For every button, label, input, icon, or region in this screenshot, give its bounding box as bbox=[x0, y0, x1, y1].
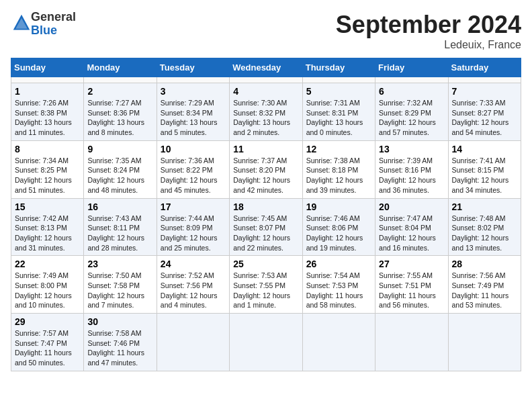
calendar-cell: 23Sunrise: 7:50 AMSunset: 7:58 PMDayligh… bbox=[84, 256, 157, 314]
calendar-cell bbox=[302, 314, 375, 371]
day-number: 26 bbox=[306, 259, 371, 269]
day-info: Sunrise: 7:35 AMSunset: 8:24 PMDaylight:… bbox=[87, 156, 152, 195]
location: Ledeuix, France bbox=[336, 39, 521, 51]
weekday-header-wednesday: Wednesday bbox=[230, 58, 302, 77]
calendar-cell: 19Sunrise: 7:46 AMSunset: 8:06 PMDayligh… bbox=[302, 198, 375, 256]
calendar-cell: 5Sunrise: 7:31 AMSunset: 8:31 PMDaylight… bbox=[302, 83, 375, 141]
day-number: 6 bbox=[379, 86, 444, 97]
day-number: 27 bbox=[379, 259, 444, 269]
day-info: Sunrise: 7:26 AMSunset: 8:38 PMDaylight:… bbox=[15, 98, 80, 138]
calendar-cell: 15Sunrise: 7:42 AMSunset: 8:13 PMDayligh… bbox=[11, 198, 84, 256]
calendar-cell bbox=[230, 77, 302, 83]
day-info: Sunrise: 7:31 AMSunset: 8:31 PMDaylight:… bbox=[306, 98, 371, 138]
page-header: General Blue September 2024 Ledeuix, Fra… bbox=[11, 11, 521, 51]
day-info: Sunrise: 7:36 AMSunset: 8:22 PMDaylight:… bbox=[161, 156, 226, 195]
calendar-cell: 6Sunrise: 7:32 AMSunset: 8:29 PMDaylight… bbox=[375, 83, 448, 141]
weekday-header-row: SundayMondayTuesdayWednesdayThursdayFrid… bbox=[11, 58, 521, 77]
day-number: 7 bbox=[452, 86, 517, 97]
day-number: 12 bbox=[306, 144, 371, 154]
day-info: Sunrise: 7:58 AMSunset: 7:46 PMDaylight:… bbox=[87, 328, 152, 368]
calendar-cell bbox=[448, 77, 521, 83]
day-info: Sunrise: 7:33 AMSunset: 8:27 PMDaylight:… bbox=[452, 98, 517, 138]
calendar-cell: 29Sunrise: 7:57 AMSunset: 7:47 PMDayligh… bbox=[11, 314, 84, 371]
day-number: 30 bbox=[87, 316, 152, 327]
calendar-cell bbox=[157, 314, 229, 371]
day-info: Sunrise: 7:37 AMSunset: 8:20 PMDaylight:… bbox=[233, 156, 298, 195]
day-info: Sunrise: 7:57 AMSunset: 7:47 PMDaylight:… bbox=[15, 328, 80, 368]
calendar-cell: 17Sunrise: 7:44 AMSunset: 8:09 PMDayligh… bbox=[157, 198, 229, 256]
calendar-cell: 14Sunrise: 7:41 AMSunset: 8:15 PMDayligh… bbox=[448, 140, 521, 198]
day-info: Sunrise: 7:27 AMSunset: 8:36 PMDaylight:… bbox=[87, 98, 152, 138]
calendar-week-0 bbox=[11, 77, 521, 83]
calendar-cell: 21Sunrise: 7:48 AMSunset: 8:02 PMDayligh… bbox=[448, 198, 521, 256]
day-info: Sunrise: 7:32 AMSunset: 8:29 PMDaylight:… bbox=[379, 98, 444, 138]
calendar-cell bbox=[375, 314, 448, 371]
day-info: Sunrise: 7:38 AMSunset: 8:18 PMDaylight:… bbox=[306, 156, 371, 195]
calendar-cell: 3Sunrise: 7:29 AMSunset: 8:34 PMDaylight… bbox=[157, 83, 229, 141]
day-number: 13 bbox=[379, 144, 444, 154]
calendar-table: SundayMondayTuesdayWednesdayThursdayFrid… bbox=[11, 58, 521, 371]
calendar-cell: 1Sunrise: 7:26 AMSunset: 8:38 PMDaylight… bbox=[11, 83, 84, 141]
day-number: 8 bbox=[15, 144, 80, 154]
day-info: Sunrise: 7:44 AMSunset: 8:09 PMDaylight:… bbox=[161, 214, 226, 253]
logo-blue: Blue bbox=[31, 24, 57, 37]
day-number: 22 bbox=[15, 259, 80, 269]
day-info: Sunrise: 7:47 AMSunset: 8:04 PMDaylight:… bbox=[379, 214, 444, 253]
day-info: Sunrise: 7:43 AMSunset: 8:11 PMDaylight:… bbox=[87, 214, 152, 253]
calendar-week-2: 8Sunrise: 7:34 AMSunset: 8:25 PMDaylight… bbox=[11, 140, 521, 198]
calendar-cell: 22Sunrise: 7:49 AMSunset: 8:00 PMDayligh… bbox=[11, 256, 84, 314]
day-info: Sunrise: 7:39 AMSunset: 8:16 PMDaylight:… bbox=[379, 156, 444, 195]
calendar-week-3: 15Sunrise: 7:42 AMSunset: 8:13 PMDayligh… bbox=[11, 198, 521, 256]
calendar-cell bbox=[11, 77, 84, 83]
calendar-cell: 12Sunrise: 7:38 AMSunset: 8:18 PMDayligh… bbox=[302, 140, 375, 198]
calendar-cell: 9Sunrise: 7:35 AMSunset: 8:24 PMDaylight… bbox=[84, 140, 157, 198]
day-info: Sunrise: 7:53 AMSunset: 7:55 PMDaylight:… bbox=[233, 271, 298, 310]
day-info: Sunrise: 7:45 AMSunset: 8:07 PMDaylight:… bbox=[233, 214, 298, 253]
day-number: 1 bbox=[15, 86, 80, 97]
calendar-cell: 13Sunrise: 7:39 AMSunset: 8:16 PMDayligh… bbox=[375, 140, 448, 198]
day-info: Sunrise: 7:48 AMSunset: 8:02 PMDaylight:… bbox=[452, 214, 517, 253]
day-number: 2 bbox=[87, 86, 152, 97]
day-info: Sunrise: 7:56 AMSunset: 7:49 PMDaylight:… bbox=[452, 271, 517, 310]
calendar-cell: 30Sunrise: 7:58 AMSunset: 7:46 PMDayligh… bbox=[84, 314, 157, 371]
day-info: Sunrise: 7:50 AMSunset: 7:58 PMDaylight:… bbox=[87, 271, 152, 310]
day-number: 15 bbox=[15, 201, 80, 212]
calendar-cell bbox=[230, 314, 302, 371]
day-number: 21 bbox=[452, 201, 517, 212]
day-number: 20 bbox=[379, 201, 444, 212]
weekday-header-sunday: Sunday bbox=[11, 58, 84, 77]
calendar-cell: 20Sunrise: 7:47 AMSunset: 8:04 PMDayligh… bbox=[375, 198, 448, 256]
day-info: Sunrise: 7:42 AMSunset: 8:13 PMDaylight:… bbox=[15, 214, 80, 253]
calendar-cell bbox=[84, 77, 157, 83]
logo-icon bbox=[12, 13, 31, 32]
day-number: 5 bbox=[306, 86, 371, 97]
day-info: Sunrise: 7:29 AMSunset: 8:34 PMDaylight:… bbox=[161, 98, 226, 138]
logo-general: General bbox=[31, 10, 76, 24]
day-info: Sunrise: 7:54 AMSunset: 7:53 PMDaylight:… bbox=[306, 271, 371, 310]
weekday-header-tuesday: Tuesday bbox=[157, 58, 229, 77]
calendar-cell: 7Sunrise: 7:33 AMSunset: 8:27 PMDaylight… bbox=[448, 83, 521, 141]
calendar-cell bbox=[375, 77, 448, 83]
calendar-week-4: 22Sunrise: 7:49 AMSunset: 8:00 PMDayligh… bbox=[11, 256, 521, 314]
day-number: 14 bbox=[452, 144, 517, 154]
day-info: Sunrise: 7:52 AMSunset: 7:56 PMDaylight:… bbox=[161, 271, 226, 310]
day-number: 4 bbox=[233, 86, 298, 97]
day-info: Sunrise: 7:30 AMSunset: 8:32 PMDaylight:… bbox=[233, 98, 298, 138]
calendar-cell: 18Sunrise: 7:45 AMSunset: 8:07 PMDayligh… bbox=[230, 198, 302, 256]
day-number: 17 bbox=[161, 201, 226, 212]
month-title: September 2024 bbox=[336, 11, 521, 39]
day-number: 10 bbox=[161, 144, 226, 154]
calendar-cell: 2Sunrise: 7:27 AMSunset: 8:36 PMDaylight… bbox=[84, 83, 157, 141]
day-number: 9 bbox=[87, 144, 152, 154]
calendar-cell bbox=[448, 314, 521, 371]
day-number: 24 bbox=[161, 259, 226, 269]
day-info: Sunrise: 7:46 AMSunset: 8:06 PMDaylight:… bbox=[306, 214, 371, 253]
weekday-header-friday: Friday bbox=[375, 58, 448, 77]
day-number: 11 bbox=[233, 144, 298, 154]
day-info: Sunrise: 7:41 AMSunset: 8:15 PMDaylight:… bbox=[452, 156, 517, 195]
calendar-cell: 24Sunrise: 7:52 AMSunset: 7:56 PMDayligh… bbox=[157, 256, 229, 314]
logo: General Blue bbox=[11, 11, 76, 38]
day-info: Sunrise: 7:34 AMSunset: 8:25 PMDaylight:… bbox=[15, 156, 80, 195]
calendar-week-5: 29Sunrise: 7:57 AMSunset: 7:47 PMDayligh… bbox=[11, 314, 521, 371]
day-number: 29 bbox=[15, 316, 80, 327]
